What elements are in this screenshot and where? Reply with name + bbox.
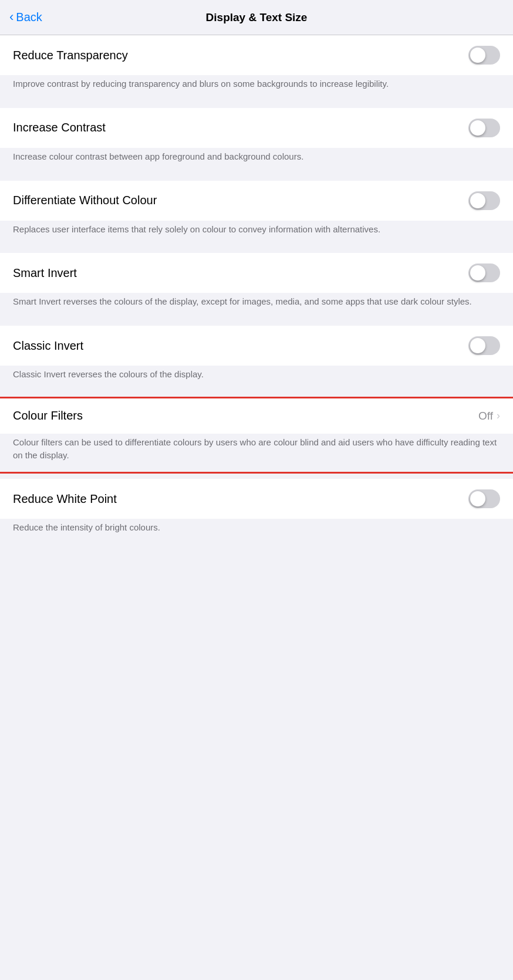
toggle-thumb: [470, 193, 485, 208]
reduce-transparency-description: Improve contrast by reducing transparenc…: [0, 75, 513, 101]
smart-invert-label: Smart Invert: [13, 266, 77, 280]
reduce-white-point-toggle[interactable]: [468, 489, 500, 508]
header: ‹ Back Display & Text Size: [0, 0, 513, 35]
toggle-thumb: [470, 338, 485, 353]
setting-block-increase-contrast: Increase Contrast Increase colour contra…: [0, 108, 513, 174]
classic-invert-label: Classic Invert: [13, 339, 83, 353]
setting-block-smart-invert: Smart Invert Smart Invert reverses the c…: [0, 253, 513, 319]
back-chevron-icon: ‹: [9, 9, 14, 25]
toggle-thumb: [470, 120, 485, 136]
reduce-white-point-label: Reduce White Point: [13, 492, 117, 506]
colour-filters-label: Colour Filters: [13, 409, 83, 423]
setting-block-classic-invert: Classic Invert Classic Invert reverses t…: [0, 326, 513, 391]
setting-block-reduce-white-point: Reduce White Point Reduce the intensity …: [0, 479, 513, 545]
increase-contrast-label: Increase Contrast: [13, 121, 106, 134]
smart-invert-toggle[interactable]: [468, 263, 500, 282]
back-label: Back: [16, 11, 42, 24]
classic-invert-description: Classic Invert reverses the colours of t…: [0, 366, 513, 391]
setting-block-reduce-transparency: Reduce Transparency Improve contrast by …: [0, 35, 513, 101]
differentiate-without-colour-label: Differentiate Without Colour: [13, 194, 157, 207]
setting-block-differentiate-without-colour: Differentiate Without Colour Replaces us…: [0, 181, 513, 246]
setting-row-differentiate-without-colour: Differentiate Without Colour: [0, 181, 513, 221]
back-button[interactable]: ‹ Back: [9, 10, 42, 25]
increase-contrast-toggle[interactable]: [468, 119, 500, 137]
page-title: Display & Text Size: [206, 11, 308, 24]
colour-filters-description: Colour filters can be used to differenti…: [0, 434, 513, 472]
setting-row-increase-contrast: Increase Contrast: [0, 108, 513, 148]
differentiate-without-colour-toggle[interactable]: [468, 191, 500, 210]
setting-row-reduce-transparency: Reduce Transparency: [0, 35, 513, 75]
colour-filters-value-group: Off ›: [478, 410, 500, 423]
increase-contrast-description: Increase colour contrast between app for…: [0, 148, 513, 174]
setting-row-reduce-white-point: Reduce White Point: [0, 479, 513, 519]
differentiate-without-colour-description: Replaces user interface items that rely …: [0, 221, 513, 246]
settings-list: Reduce Transparency Improve contrast by …: [0, 35, 513, 545]
setting-row-colour-filters[interactable]: Colour Filters Off ›: [0, 398, 513, 434]
colour-filters-chevron-icon: ›: [497, 410, 500, 422]
classic-invert-toggle[interactable]: [468, 336, 500, 355]
reduce-white-point-description: Reduce the intensity of bright colours.: [0, 519, 513, 545]
smart-invert-description: Smart Invert reverses the colours of the…: [0, 293, 513, 319]
reduce-transparency-toggle[interactable]: [468, 46, 500, 65]
colour-filters-value: Off: [478, 410, 493, 423]
toggle-thumb: [470, 48, 485, 63]
setting-row-smart-invert: Smart Invert: [0, 253, 513, 293]
setting-row-classic-invert: Classic Invert: [0, 326, 513, 366]
setting-block-colour-filters: Colour Filters Off › Colour filters can …: [0, 398, 513, 472]
reduce-transparency-label: Reduce Transparency: [13, 49, 128, 62]
